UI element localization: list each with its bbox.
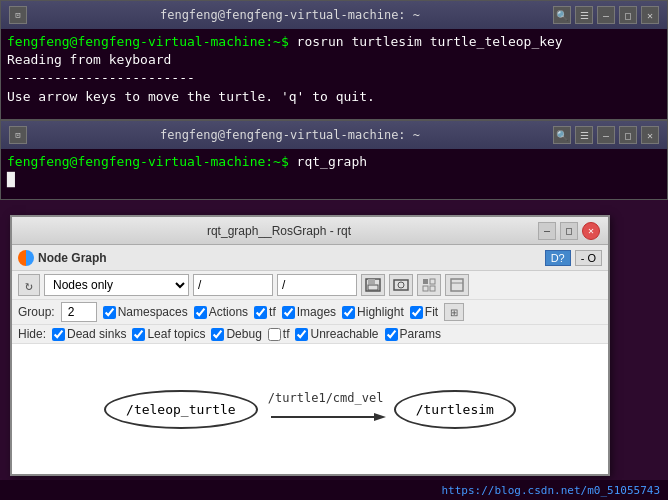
leaf-topics-option[interactable]: Leaf topics — [132, 327, 205, 341]
rqt-maximize-btn[interactable]: □ — [560, 222, 578, 240]
highlight-checkbox[interactable] — [342, 306, 355, 319]
svg-rect-7 — [423, 286, 428, 291]
group-input[interactable] — [61, 302, 97, 322]
refresh-btn[interactable]: ↻ — [18, 274, 40, 296]
term1-cmd: rosrun turtlesim turtle_teleop_key — [289, 34, 563, 49]
node1: /teleop_turtle — [104, 390, 258, 429]
nodegraph-icon — [18, 250, 34, 266]
namespaces-option[interactable]: Namespaces — [103, 305, 188, 319]
rqt-minimize-btn[interactable]: – — [538, 222, 556, 240]
svg-point-4 — [398, 282, 404, 288]
url-text: https://blog.csdn.net/m0_51055743 — [441, 484, 660, 497]
terminal-2-minimize-btn[interactable]: – — [597, 126, 615, 144]
terminal-2-icon: ⊡ — [9, 126, 27, 144]
row3-hide: Hide: Dead sinks Leaf topics Debug tf Un… — [12, 325, 608, 344]
hide-label: Hide: — [18, 327, 46, 341]
tf-checkbox[interactable] — [254, 306, 267, 319]
node2: /turtlesim — [394, 390, 516, 429]
nodes-dropdown[interactable]: Nodes only Nodes/Topics (all) Nodes/Topi… — [44, 274, 189, 296]
nodegraph-dash-btn[interactable]: - O — [575, 250, 602, 266]
terminal-2-titlebar: ⊡ fengfeng@fengfeng-virtual-machine: ~ 🔍… — [1, 121, 667, 149]
actions-checkbox[interactable] — [194, 306, 207, 319]
svg-rect-8 — [430, 286, 435, 291]
dead-sinks-label: Dead sinks — [67, 327, 126, 341]
fit-checkbox[interactable] — [410, 306, 423, 319]
term1-prompt: fengfeng@fengfeng-virtual-machine:~$ — [7, 34, 289, 49]
screenshot-btn[interactable] — [389, 274, 413, 296]
term2-cmd: rqt_graph — [289, 154, 367, 169]
rqt-titlebar: rqt_graph__RosGraph - rqt – □ ✕ — [12, 217, 608, 245]
unreachable-option[interactable]: Unreachable — [295, 327, 378, 341]
dead-sinks-checkbox[interactable] — [52, 328, 65, 341]
fit-option[interactable]: Fit — [410, 305, 438, 319]
save-btn[interactable] — [361, 274, 385, 296]
terminal-2-title: fengfeng@fengfeng-virtual-machine: ~ — [33, 128, 547, 142]
terminal-2-close-btn[interactable]: ✕ — [641, 126, 659, 144]
terminal-1-menu-icon[interactable]: ☰ — [575, 6, 593, 24]
tf-hide-checkbox[interactable] — [268, 328, 281, 341]
params-option[interactable]: Params — [385, 327, 441, 341]
fit-label: Fit — [425, 305, 438, 319]
terminal-1-controls: 🔍 ☰ – □ ✕ — [553, 6, 659, 24]
images-checkbox[interactable] — [282, 306, 295, 319]
terminal-2-maximize-btn[interactable]: □ — [619, 126, 637, 144]
terminal-1-content: fengfeng@fengfeng-virtual-machine:~$ ros… — [1, 29, 667, 119]
fit-icon-btn[interactable]: ⊞ — [444, 303, 464, 321]
edge-label: /turtle1/cmd_vel — [268, 391, 384, 405]
term1-line3: ------------------------ — [7, 69, 661, 87]
highlight-label: Highlight — [357, 305, 404, 319]
actions-option[interactable]: Actions — [194, 305, 248, 319]
nodegraph-title: Node Graph — [38, 251, 541, 265]
terminal-1-maximize-btn[interactable]: □ — [619, 6, 637, 24]
edge-arrow — [266, 407, 386, 427]
highlight-option[interactable]: Highlight — [342, 305, 404, 319]
rqt-close-btn[interactable]: ✕ — [582, 222, 600, 240]
nodegraph-header-right: D? - O — [545, 250, 602, 266]
namespaces-checkbox[interactable] — [103, 306, 116, 319]
svg-marker-12 — [374, 413, 386, 421]
rqt-window: rqt_graph__RosGraph - rqt – □ ✕ Node Gra… — [10, 215, 610, 476]
icon3-btn[interactable] — [417, 274, 441, 296]
nodegraph-help-btn[interactable]: D? — [545, 250, 571, 266]
terminal-2: ⊡ fengfeng@fengfeng-virtual-machine: ~ 🔍… — [0, 120, 668, 200]
terminal-1: ⊡ fengfeng@fengfeng-virtual-machine: ~ 🔍… — [0, 0, 668, 120]
row2-options: Group: Namespaces Actions tf Images High… — [12, 300, 608, 325]
terminal-1-icon: ⊡ — [9, 6, 27, 24]
params-checkbox[interactable] — [385, 328, 398, 341]
grid-icon — [422, 278, 436, 292]
svg-rect-2 — [368, 285, 378, 290]
terminal-1-close-btn[interactable]: ✕ — [641, 6, 659, 24]
debug-label: Debug — [226, 327, 261, 341]
filter2-input[interactable] — [277, 274, 357, 296]
leaf-topics-label: Leaf topics — [147, 327, 205, 341]
terminal-1-titlebar: ⊡ fengfeng@fengfeng-virtual-machine: ~ 🔍… — [1, 1, 667, 29]
debug-option[interactable]: Debug — [211, 327, 261, 341]
images-option[interactable]: Images — [282, 305, 336, 319]
dead-sinks-option[interactable]: Dead sinks — [52, 327, 126, 341]
unreachable-checkbox[interactable] — [295, 328, 308, 341]
terminal-1-minimize-btn[interactable]: – — [597, 6, 615, 24]
row1-toolbar: ↻ Nodes only Nodes/Topics (all) Nodes/To… — [12, 271, 608, 300]
group-label: Group: — [18, 305, 55, 319]
svg-rect-6 — [430, 279, 435, 284]
tf-option[interactable]: tf — [254, 305, 276, 319]
tf-hide-option[interactable]: tf — [268, 327, 290, 341]
tf-label: tf — [269, 305, 276, 319]
svg-rect-5 — [423, 279, 428, 284]
term1-line2: Reading from keyboard — [7, 51, 661, 69]
filter1-input[interactable] — [193, 274, 273, 296]
namespaces-label: Namespaces — [118, 305, 188, 319]
rqt-title-controls: – □ ✕ — [538, 222, 600, 240]
nodegraph-header: Node Graph D? - O — [12, 245, 608, 271]
terminal-2-search-icon[interactable]: 🔍 — [553, 126, 571, 144]
icon4-btn[interactable] — [445, 274, 469, 296]
leaf-topics-checkbox[interactable] — [132, 328, 145, 341]
screenshot-icon — [393, 278, 409, 292]
debug-checkbox[interactable] — [211, 328, 224, 341]
tf-hide-label: tf — [283, 327, 290, 341]
images-label: Images — [297, 305, 336, 319]
terminal-2-menu-icon[interactable]: ☰ — [575, 126, 593, 144]
actions-label: Actions — [209, 305, 248, 319]
refresh-icon: ↻ — [25, 278, 33, 293]
terminal-1-search-icon[interactable]: 🔍 — [553, 6, 571, 24]
